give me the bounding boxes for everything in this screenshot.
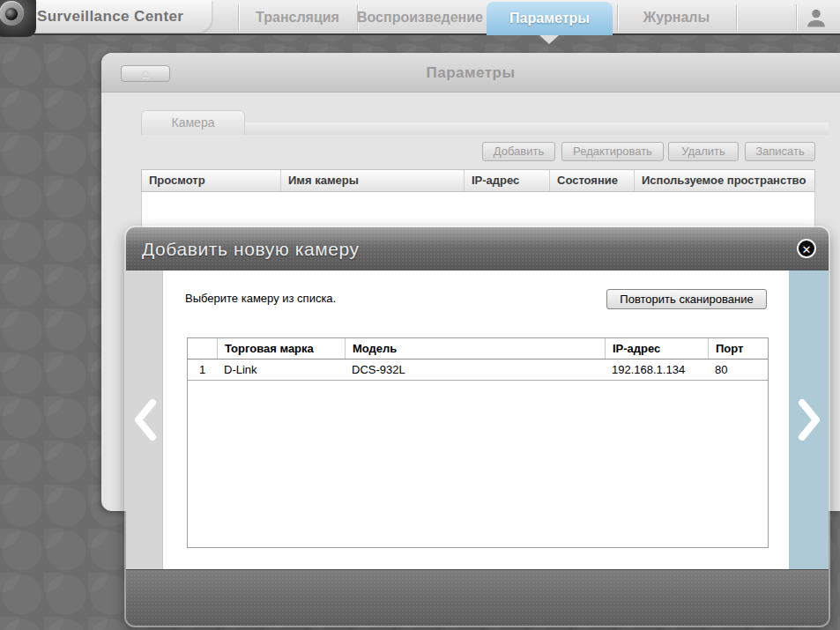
col-preview: Просмотр (142, 170, 280, 191)
edit-button[interactable]: Редактировать (561, 142, 664, 161)
chevron-left-icon (133, 399, 157, 441)
col-ip: IP-адрес (605, 338, 708, 359)
chevron-right-icon (798, 399, 821, 441)
col-space: Используемое пространство (634, 170, 814, 191)
surveillance-camera-logo-icon (0, 0, 36, 37)
scan-table-header: Торговая марка Модель IP-адрес Порт (188, 338, 768, 359)
cell-brand: D-Link (217, 359, 345, 380)
active-tab-pointer (539, 35, 559, 44)
dialog-next-strip[interactable] (789, 271, 829, 569)
tab-logs[interactable]: Журналы (617, 0, 736, 35)
cell-model: DCS-932L (345, 359, 605, 380)
dialog-titlebar: Добавить новую камеру ✕ (126, 227, 829, 271)
top-nav-bar: Surveillance Center Трансляция Воспроизв… (0, 0, 840, 35)
dialog-title: Добавить новую камеру (142, 227, 360, 271)
col-model: Модель (345, 338, 605, 359)
home-button[interactable]: ⌂ (121, 65, 170, 82)
brand-plate: Surveillance Center (0, 0, 212, 33)
col-index (188, 338, 217, 359)
home-icon: ⌂ (142, 66, 149, 80)
tab-live-view[interactable]: Трансляция (238, 0, 357, 35)
user-account-button[interactable] (800, 4, 832, 31)
page-title: Параметры (101, 53, 840, 93)
add-camera-dialog: Добавить новую камеру ✕ Выберите камеру … (126, 227, 829, 626)
scan-results-table: Торговая марка Модель IP-адрес Порт 1 D-… (187, 337, 769, 548)
cell-port: 80 (708, 359, 768, 380)
table-row[interactable]: 1 D-Link DCS-932L 192.168.1.134 80 (188, 359, 768, 381)
app-title: Surveillance Center (37, 0, 183, 33)
tab-camera[interactable]: Камера (141, 110, 245, 135)
camera-table-header: Просмотр Имя камеры IP-адрес Состояние И… (141, 169, 815, 192)
rescan-button[interactable]: Повторить сканирование (606, 289, 767, 309)
close-button[interactable]: ✕ (797, 239, 816, 258)
screen: Surveillance Center Трансляция Воспроизв… (0, 0, 840, 630)
cell-index: 1 (188, 359, 217, 380)
col-brand: Торговая марка (217, 338, 345, 359)
panel-header: Параметры ⌂ (101, 53, 840, 93)
user-icon (804, 5, 829, 30)
close-icon: ✕ (802, 243, 812, 256)
nav-separator (796, 4, 797, 31)
dialog-body: Выберите камеру из списка. Повторить ска… (126, 271, 829, 569)
dialog-prev-strip[interactable] (126, 271, 163, 569)
col-ip: IP-адрес (464, 170, 549, 191)
tab-playback[interactable]: Воспроизведение (357, 0, 480, 35)
col-name: Имя камеры (280, 170, 464, 191)
dialog-footer (126, 569, 829, 626)
tab-parameters[interactable]: Параметры (487, 2, 613, 35)
add-button[interactable]: Добавить (482, 142, 555, 161)
delete-button[interactable]: Удалить (668, 142, 739, 161)
record-button[interactable]: Записать (745, 142, 815, 161)
nav-separator (736, 4, 737, 31)
col-port: Порт (708, 338, 768, 359)
cell-ip: 192.168.1.134 (605, 359, 708, 380)
dialog-prompt: Выберите камеру из списка. (185, 292, 336, 305)
col-status: Состояние (549, 170, 634, 191)
